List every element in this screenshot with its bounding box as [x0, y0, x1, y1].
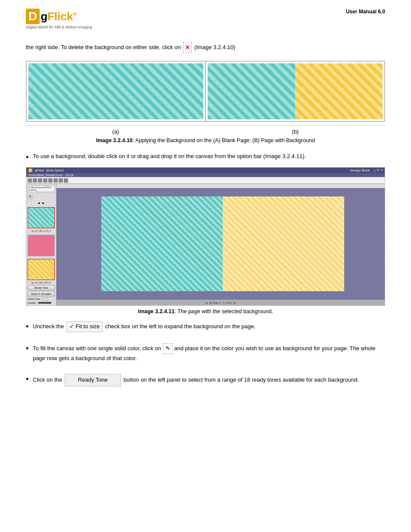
teal-pattern [28, 63, 203, 119]
pattern-blank-page [28, 63, 203, 119]
bg-nav-arrow-left[interactable]: ◄ [37, 201, 40, 205]
solid-color-swatch[interactable] [43, 297, 48, 301]
intro-text-before: the right side. To delete the background… [26, 44, 181, 50]
toolbar-btn-2[interactable] [33, 178, 37, 183]
app-title-text: gFlick [35, 168, 44, 172]
app-sidebar: C:\BookXpressPRO-4.0/Pro... ✕ ◄ ► [26, 184, 56, 305]
yellow-half [295, 63, 383, 119]
fit-to-size-checkbox[interactable]: ✓ Fit to size [66, 321, 103, 332]
canvas-page [101, 196, 344, 291]
toolbar-btn-8[interactable] [64, 178, 68, 183]
quality-row: Quality : [28, 302, 55, 304]
subtitle-bar: PerfectBind_ReadyCount - 12x18 [26, 173, 385, 177]
app-book-xpress: Book Xpress [47, 169, 64, 172]
sidebar-thumb-yellow[interactable] [28, 259, 55, 280]
figure-panel-b [206, 61, 385, 121]
ready-tone-button[interactable]: Ready Tone [28, 285, 55, 290]
bullet-item-fit-to-size: • Uncheck the ✓ Fit to size check box on… [26, 321, 385, 332]
logo-d-letter: D [26, 9, 40, 24]
sidebar-thumb-teal[interactable] [28, 207, 55, 228]
bullet-dot-fit: • [26, 323, 28, 332]
figure-labels: (a) (b) [26, 125, 385, 137]
spacer-2 [26, 369, 385, 374]
nav-last[interactable]: ►| [233, 302, 237, 304]
bullet-content-fit: Uncheck the ✓ Fit to size check box on t… [33, 321, 385, 332]
bg-nav: ◄ ► [28, 201, 55, 205]
canvas-body [56, 188, 385, 299]
thumb-yellow-pattern [28, 259, 54, 280]
pattern-with-background [208, 63, 383, 119]
sidebar-path: C:\BookXpressPRO-4.0/Pro... [28, 185, 55, 192]
bullet-dot-1: • [26, 153, 28, 161]
delete-background-icon: ✕ [183, 42, 192, 53]
bullet-item-1: • To use a background, double click on i… [26, 152, 385, 161]
label-a: (a) [26, 125, 206, 137]
nav-prev[interactable]: ◄ [209, 302, 212, 304]
bullet-content-ready-tone: Click on the Ready Tone button on the le… [33, 374, 385, 386]
intro-text: the right side. To delete the background… [26, 42, 385, 53]
thumb-pink-pattern [28, 235, 54, 255]
pencil-tool-icon[interactable]: ✎ [163, 343, 173, 354]
canvas-left-pattern [101, 196, 223, 291]
manual-version: User Manual 6.0 [346, 9, 385, 15]
app-window: D gFlick Book Xpress Design Book ⌂ ✎ ? P… [26, 168, 385, 305]
toolbar-btn-6[interactable] [53, 178, 58, 183]
bullet-item-ready-tone: • Click on the Ready Tone button on the … [26, 374, 385, 386]
teal-half [208, 63, 295, 119]
design-title: Design Book [350, 168, 370, 172]
label-b: (b) [206, 125, 385, 137]
nav-first[interactable]: |◄ [205, 302, 209, 304]
app-titlebar: D gFlick Book Xpress Design Book ⌂ ✎ ? [26, 168, 385, 173]
toolbar-btn-4[interactable] [43, 178, 47, 183]
screenshot-inner: D gFlick Book Xpress Design Book ⌂ ✎ ? P… [26, 168, 385, 305]
apply-all-button[interactable]: Apply to all pages [28, 291, 55, 296]
nav-icons: ⌂ ✎ ? [374, 168, 383, 172]
canvas-ruler-horizontal [56, 184, 385, 188]
canvas-bottom-bar: |◄ ◄ Page 6 - 7 / 16 ► ►| [56, 299, 385, 305]
thumb-yellow-label: bg_42_188_1115_8 [28, 281, 55, 284]
logo-area: D gFlick® Digital World for Still & Moti… [26, 9, 92, 29]
page-info: Page 6 - 7 / 16 [212, 302, 229, 304]
toolbar-btn-3[interactable] [38, 178, 42, 183]
bullet-dot-ready-tone: • [26, 375, 28, 386]
ready-tone-inline-btn[interactable]: Ready Tone [65, 374, 121, 386]
app-body: C:\BookXpressPRO-4.0/Pro... ✕ ◄ ► [26, 184, 385, 305]
bullet-item-solid-color: • To fill the canvas with one single sol… [26, 343, 385, 363]
logo-box: D gFlick® [26, 9, 92, 24]
thumb-teal-pattern [28, 208, 54, 228]
thumb-teal-label: bg_42_188_1115_6 [28, 230, 55, 232]
header: D gFlick® Digital World for Still & Moti… [26, 9, 385, 29]
solid-color-row: Solid Color : [28, 297, 55, 301]
titlebar-left: D gFlick Book Xpress [28, 168, 64, 172]
figure-panel-a [26, 61, 206, 121]
quality-slider[interactable] [38, 302, 51, 304]
app-toolbar [26, 177, 385, 184]
toolbar-btn-1[interactable] [28, 178, 32, 183]
figure-ab-container [26, 61, 385, 122]
logo-tagline: Digital World for Still & Motion Imaging [26, 25, 92, 29]
bg-nav-arrow-right[interactable]: ► [42, 201, 45, 205]
spacer-1 [26, 338, 385, 343]
app-logo-small: D [28, 168, 32, 172]
toolbar-btn-7[interactable] [59, 178, 63, 183]
bullet-dot-solid: • [26, 345, 28, 363]
sidebar-thumb-pink[interactable] [28, 235, 55, 256]
teal-yellow-pattern [208, 63, 383, 119]
nav-next[interactable]: ► [230, 302, 232, 304]
bullet-content-1: To use a background, double click on it … [33, 152, 385, 161]
sidebar-bottom-buttons: Ready Tone Apply to all pages Solid Colo… [28, 285, 55, 304]
screenshot-caption: Image 3.2.4.11: The page with the select… [26, 308, 385, 314]
titlebar-right: Design Book ⌂ ✎ ? [350, 168, 383, 172]
screenshot-container: D gFlick Book Xpress Design Book ⌂ ✎ ? P… [26, 167, 385, 306]
figure-ab-caption: Image 3.2.4.11: The page with the select… [26, 137, 385, 143]
page: D gFlick® Digital World for Still & Moti… [0, 0, 411, 532]
canvas-right-pattern [223, 196, 344, 291]
intro-text-after: (Image 3.2.4.10) [194, 44, 235, 50]
canvas-work-area [61, 188, 385, 299]
app-canvas: |◄ ◄ Page 6 - 7 / 16 ► ►| [56, 184, 385, 305]
logo-brand: gFlick® [40, 10, 77, 23]
toolbar-btn-5[interactable] [48, 178, 53, 183]
bullet-content-solid: To fill the canvas with one single solid… [33, 343, 385, 363]
sidebar-x-btn[interactable]: ✕ [28, 195, 33, 199]
sidebar-controls: ✕ [28, 195, 55, 199]
